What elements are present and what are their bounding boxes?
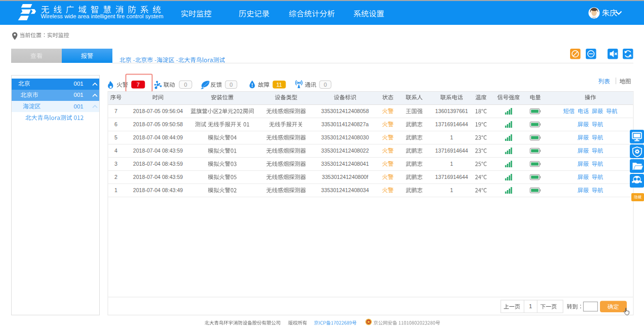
svg-text:11: 11 [276, 82, 282, 88]
svg-text:3: 3 [114, 161, 117, 167]
svg-text:2: 2 [114, 174, 117, 180]
svg-text:001: 001 [74, 81, 84, 87]
svg-text:7: 7 [137, 82, 140, 88]
svg-text:13716914644: 13716914644 [435, 148, 468, 154]
svg-text:2018-07-05 09:50:58: 2018-07-05 09:50:58 [133, 121, 183, 127]
svg-text:001: 001 [74, 103, 84, 109]
svg-text:2018-07-05 09:56:04: 2018-07-05 09:56:04 [133, 108, 183, 114]
svg-text:0: 0 [324, 82, 327, 88]
svg-text:7: 7 [114, 108, 117, 114]
svg-text:0: 0 [184, 82, 187, 88]
svg-text:2018-07-04 08:43:59: 2018-07-04 08:43:59 [133, 161, 183, 167]
svg-text:1: 1 [450, 187, 453, 193]
svg-text:3353012412408058: 3353012412408058 [321, 108, 369, 114]
svg-text:3353012412408041: 3353012412408041 [321, 161, 369, 167]
svg-text:13716914644: 13716914644 [435, 121, 468, 127]
svg-text:3353012412408030: 3353012412408030 [321, 134, 369, 140]
svg-text:001: 001 [74, 92, 84, 98]
svg-text:2018-07-04 08:43:59: 2018-07-04 08:43:59 [133, 174, 183, 180]
svg-text:3353012412408034: 3353012412408034 [321, 187, 369, 193]
svg-text:1: 1 [529, 303, 532, 309]
svg-text:2018-07-04 08:43:49: 2018-07-04 08:43:49 [133, 187, 183, 193]
svg-text:335301141240827a: 335301141240827a [321, 121, 369, 127]
svg-text:335301241240800f: 335301241240800f [322, 174, 368, 180]
svg-text:2018-07-04 08:44:09: 2018-07-04 08:44:09 [133, 134, 183, 140]
svg-text:2018-07-04 08:43:59: 2018-07-04 08:43:59 [133, 148, 183, 154]
svg-text:6: 6 [114, 121, 117, 127]
svg-text:13716914644: 13716914644 [435, 174, 468, 180]
svg-text:4: 4 [114, 148, 117, 154]
svg-text:13601397661: 13601397661 [435, 108, 468, 114]
svg-text:1: 1 [114, 187, 117, 193]
svg-text:1: 1 [450, 134, 453, 140]
svg-text:5: 5 [114, 134, 117, 140]
svg-text:1: 1 [450, 161, 453, 167]
svg-text:3353012412408022: 3353012412408022 [321, 148, 369, 154]
svg-text:Wireless wide area intelligent: Wireless wide area intelligent fire cont… [41, 13, 164, 19]
svg-text:0: 0 [229, 82, 232, 88]
